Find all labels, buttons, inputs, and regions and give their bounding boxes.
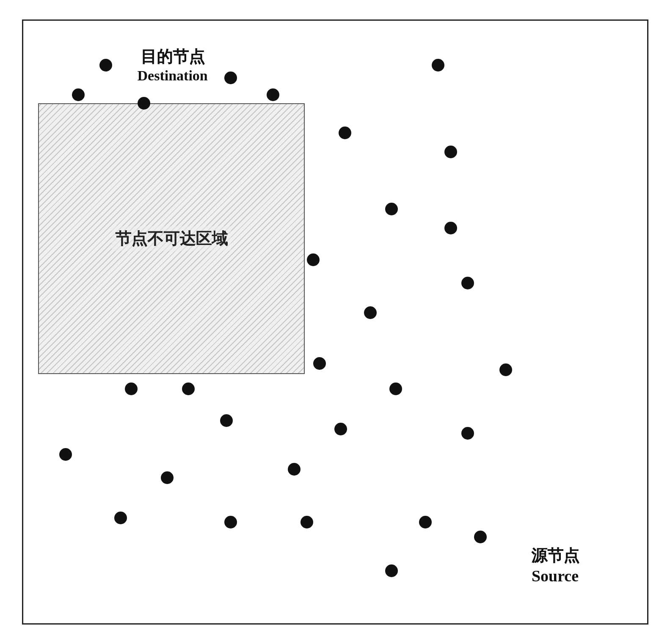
bottom-center-2-dot [161,471,174,484]
bottom-center-1-dot [220,414,233,427]
source-chinese-label: 源节点 [531,545,579,567]
top-center-dot-dot [138,97,150,110]
mid-right-6-dot [364,306,377,319]
unreachable-region: 节点不可达区域 [38,103,305,374]
destination-chinese-label: 目的节点 [138,46,208,68]
mid-lower-right-1-dot [313,357,326,370]
bottom-left-2-dot [114,512,127,524]
bottom-right-center-1-dot [288,463,301,476]
source-label-group: 源节点 Source [531,545,579,585]
source-english-label: Source [531,567,579,585]
bottom-right-3-dot [385,564,398,577]
unreachable-label: 节点不可达区域 [112,226,231,251]
far-right-5-dot [461,277,474,289]
far-right-7-dot [499,363,512,376]
bottom-left-1-dot [59,448,72,461]
destination-english-label: Destination [138,68,208,84]
source-dot-dot [419,516,432,528]
lower-mid-right-dot [389,383,402,395]
lower-right-1-dot [334,423,347,435]
top-far-right-dot-dot [432,59,444,72]
lower-far-right-1-dot [461,427,474,440]
near-source-dot-dot [474,531,487,543]
far-right-4-dot [444,222,457,234]
bottom-mid-2-dot [182,383,195,395]
top-left-dot-1-dot [72,88,85,101]
diagram-container: 目的节点 Destination 节点不可达区域 源节点 Source [22,19,648,625]
far-right-2-dot [444,146,457,158]
top-right-dot-1-dot [224,72,237,84]
mid-right-1-dot [339,127,351,139]
bottom-center-3-dot [224,516,237,528]
destination-label-group: 目的节点 Destination [138,46,208,84]
destination-dot-dot [99,59,112,72]
bottom-mid-1-dot [125,383,138,395]
bottom-center-right-1-dot [301,516,313,528]
mid-center-right-dot [307,253,320,266]
top-right-dot-2-dot [267,88,279,101]
mid-right-3-dot [385,203,398,215]
